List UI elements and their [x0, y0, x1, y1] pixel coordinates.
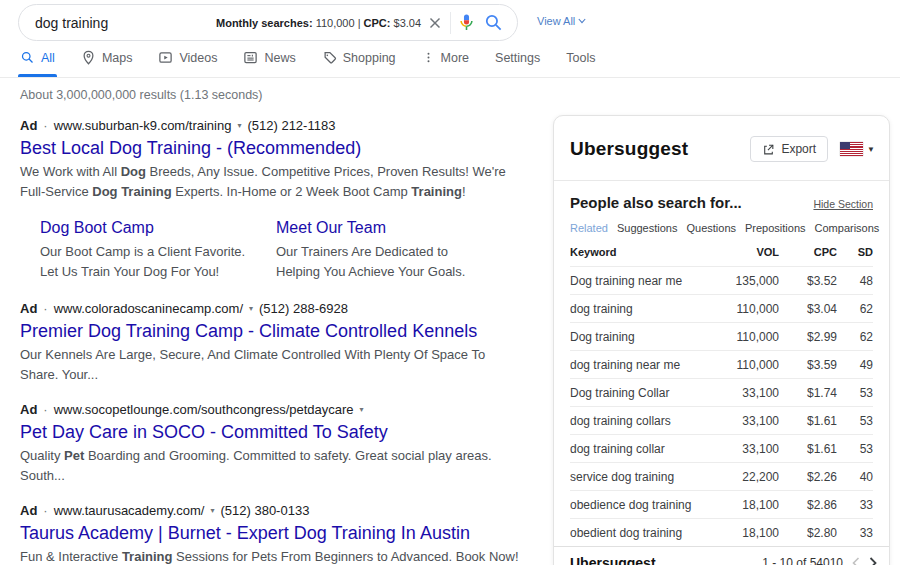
ad-options-caret[interactable]: ▾ — [360, 405, 364, 414]
table-row: obedient dog training 18,100 $2.80 33 — [570, 518, 873, 546]
vol-cell: 110,000 — [713, 302, 779, 316]
ad-options-caret[interactable]: ▾ — [210, 506, 214, 515]
keyword-table-header: Keyword VOL CPC SD — [570, 246, 873, 266]
hide-section-link[interactable]: Hide Section — [813, 198, 873, 210]
table-row: Dog training 110,000 $2.99 62 — [570, 322, 873, 350]
header-sd: SD — [837, 246, 873, 258]
separator-dot: · — [43, 118, 47, 133]
sitelink-text: Helping You Achieve Your Goals. — [276, 262, 504, 282]
ad-description: Our Kennels Are Large, Secure, And Clima… — [20, 345, 525, 385]
next-page-button[interactable] — [869, 557, 877, 565]
cpc-cell: $3.59 — [779, 358, 837, 372]
ubersuggest-panel: Ubersuggest Export ▼ People also search … — [553, 115, 890, 565]
sd-cell: 33 — [837, 498, 873, 512]
cpc-cell: $1.61 — [779, 414, 837, 428]
panel-header: Ubersuggest Export ▼ — [554, 116, 889, 180]
previous-page-button[interactable] — [852, 557, 860, 565]
keyword-cell: Dog training — [570, 330, 713, 344]
vol-cell: 33,100 — [713, 386, 779, 400]
vol-cell: 33,100 — [713, 442, 779, 456]
tab-all[interactable]: All — [20, 50, 55, 77]
tab-maps[interactable]: Maps — [81, 50, 133, 77]
keyword-cell: dog training collar — [570, 442, 713, 456]
newspaper-icon — [243, 50, 258, 65]
cpc-cell: $1.61 — [779, 442, 837, 456]
ad-title-link[interactable]: Taurus Academy | Burnet - Expert Dog Tra… — [20, 523, 470, 544]
ad-title-link[interactable]: Premier Dog Training Camp - Climate Cont… — [20, 321, 477, 342]
cpc-cell: $2.99 — [779, 330, 837, 344]
google-serp-page: Monthly searches: 110,000 | CPC: $3.04 — [0, 0, 900, 565]
ad-title-link[interactable]: Pet Day Care in SOCO - Committed To Safe… — [20, 422, 388, 443]
table-row: dog training collar 33,100 $1.61 53 — [570, 434, 873, 462]
ad-display-url: www.suburban-k9.com/training — [54, 118, 232, 133]
search-icon — [20, 50, 35, 65]
ad-result-3: Ad · www.socopetlounge.com/southcongress… — [20, 402, 530, 486]
separator-dot: · — [43, 503, 47, 518]
ad-badge: Ad — [20, 402, 37, 417]
keyword-type-tabs: Related Suggestions Questions Prepositio… — [570, 222, 873, 234]
results-stats: About 3,000,000,000 results (1.13 second… — [20, 88, 530, 102]
pagination-range: 1 - 10 of 54010 — [762, 556, 843, 565]
sitelink-title-link[interactable]: Dog Boot Camp — [40, 219, 154, 237]
tab-news[interactable]: News — [243, 50, 295, 77]
sd-cell: 53 — [837, 414, 873, 428]
pagination: 1 - 10 of 54010 — [762, 556, 877, 565]
export-button[interactable]: Export — [750, 136, 828, 162]
cpc-cell: $1.74 — [779, 386, 837, 400]
sd-cell: 48 — [837, 274, 873, 288]
tab-videos[interactable]: Videos — [158, 50, 217, 77]
sitelink-text: Our Trainers Are Dedicated to — [276, 242, 504, 262]
us-flag-icon — [840, 142, 863, 156]
tab-suggestions[interactable]: Suggestions — [617, 222, 678, 234]
tools-button[interactable]: Tools — [566, 51, 595, 77]
keyword-cell: obedient dog training — [570, 526, 713, 540]
people-also-search-section: People also search for... Hide Section R… — [554, 181, 889, 546]
keyword-cell: dog training — [570, 302, 713, 316]
keyword-cell: dog training near me — [570, 358, 713, 372]
video-play-icon — [158, 50, 173, 65]
vol-cell: 110,000 — [713, 358, 779, 372]
chevron-down-icon — [578, 18, 586, 24]
more-vertical-icon — [422, 50, 435, 65]
sd-cell: 40 — [837, 470, 873, 484]
keyword-cell: service dog training — [570, 470, 713, 484]
clear-search-button[interactable] — [421, 8, 448, 38]
ad-options-caret[interactable]: ▾ — [237, 121, 241, 130]
export-label: Export — [781, 142, 816, 156]
ad-title-link[interactable]: Best Local Dog Training - (Recommended) — [20, 138, 361, 159]
vol-cell: 18,100 — [713, 498, 779, 512]
ad-options-caret[interactable]: ▾ — [249, 304, 253, 313]
chevron-right-icon — [869, 557, 877, 565]
microphone-icon — [457, 13, 476, 32]
keyword-cell: obedience dog training — [570, 498, 713, 512]
header-keyword: Keyword — [570, 246, 713, 258]
table-row: dog training collars 33,100 $1.61 53 — [570, 406, 873, 434]
header-divider — [0, 77, 900, 78]
settings-button[interactable]: Settings — [495, 51, 540, 77]
tab-related[interactable]: Related — [570, 222, 608, 234]
tab-shopping-label: Shopping — [343, 51, 396, 65]
ad-badge: Ad — [20, 301, 37, 316]
keyword-metrics-overlay: Monthly searches: 110,000 | CPC: $3.04 — [216, 17, 421, 29]
tools-label: Tools — [566, 51, 595, 65]
tab-comparisons[interactable]: Comparisons — [815, 222, 880, 234]
tab-more[interactable]: More — [422, 50, 469, 77]
sitelink-title-link[interactable]: Meet Our Team — [276, 219, 386, 237]
search-bar[interactable]: Monthly searches: 110,000 | CPC: $3.04 — [18, 4, 518, 41]
sitelink-text: Let Us Train Your Dog For You! — [40, 262, 268, 282]
tab-questions[interactable]: Questions — [686, 222, 736, 234]
tab-prepositions[interactable]: Prepositions — [745, 222, 806, 234]
tab-shopping[interactable]: Shopping — [322, 50, 396, 77]
cpc-cell: $3.52 — [779, 274, 837, 288]
shopping-tag-icon — [322, 50, 337, 65]
voice-search-button[interactable] — [453, 8, 480, 38]
vol-cell: 18,100 — [713, 526, 779, 540]
search-input[interactable] — [35, 15, 216, 31]
view-all-dropdown[interactable]: View All — [537, 15, 586, 27]
section-title: People also search for... — [570, 194, 742, 211]
ad-display-url: www.socopetlounge.com/southcongress/petd… — [54, 402, 354, 417]
search-submit-button[interactable] — [480, 8, 507, 38]
separator-dot: · — [43, 301, 47, 316]
country-selector[interactable]: ▼ — [840, 142, 875, 156]
results-column: About 3,000,000,000 results (1.13 second… — [20, 88, 530, 565]
